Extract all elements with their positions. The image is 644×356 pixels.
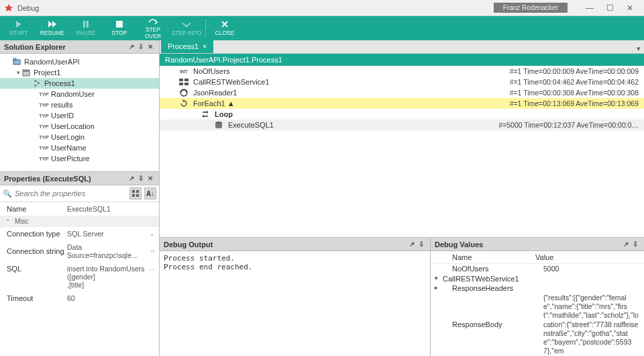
- svg-rect-9: [34, 85, 36, 87]
- debug-output-text[interactable]: Process started. Process end reached.: [160, 251, 430, 356]
- close-window-button[interactable]: ✕: [620, 3, 640, 13]
- step-callrest[interactable]: CallRESTWebService1 #=1 Time=00:04:462 A…: [160, 77, 644, 87]
- editor-tabstrip: Process1 × ▾: [160, 40, 644, 54]
- categorize-button[interactable]: [129, 187, 142, 199]
- tab-close-icon[interactable]: ×: [203, 42, 207, 50]
- tree-label: UserID: [51, 112, 74, 120]
- tree-item-type[interactable]: TYPUserLogin: [0, 132, 159, 142]
- property-row-sql[interactable]: SQL insert into RandomUsers ([gender] ,[…: [0, 262, 159, 292]
- tree-item-type[interactable]: TYPUserLocation: [0, 121, 159, 132]
- property-value[interactable]: SQL Server: [67, 230, 147, 238]
- step-label: CallRESTWebService1: [193, 78, 510, 86]
- loop-icon: [200, 109, 211, 119]
- pin-icon[interactable]: ⇩: [136, 175, 146, 182]
- collapse-icon[interactable]: ▾: [435, 275, 443, 281]
- property-value[interactable]: 60: [67, 294, 155, 302]
- pin-icon[interactable]: ⇩: [417, 240, 426, 248]
- svg-rect-5: [13, 58, 16, 60]
- type-icon: TYP: [39, 154, 48, 163]
- property-value[interactable]: Data Source=franzpc\sqle…: [67, 243, 148, 259]
- solution-icon: [12, 57, 21, 66]
- pop-out-icon[interactable]: ↗: [127, 43, 136, 50]
- step-executesql[interactable]: ExecuteSQL1 #=5000 Time=00:12:037 AveTim…: [160, 120, 644, 130]
- property-group-misc[interactable]: ⌃ Misc: [0, 216, 159, 227]
- start-label: START: [9, 30, 28, 36]
- column-name: Name: [435, 253, 535, 261]
- edit-icon[interactable]: …: [149, 265, 155, 271]
- solution-explorer-header: Solution Explorer ↗ ⇩ ✕: [0, 40, 159, 54]
- start-button[interactable]: START: [3, 17, 35, 40]
- value-row-responseheaders[interactable]: ▸ ResponseHeaders: [431, 283, 644, 293]
- value-row-callrest[interactable]: ▾ CallRESTWebService1: [431, 274, 644, 283]
- step-over-button[interactable]: STEP OVER: [137, 17, 169, 40]
- tab-process1[interactable]: Process1 ×: [161, 40, 213, 53]
- step-into-label: STEP INTO: [172, 30, 202, 36]
- type-icon: TYP: [39, 122, 48, 131]
- pop-out-icon[interactable]: ↗: [621, 240, 631, 248]
- resume-label: RESUME: [40, 30, 64, 36]
- minimize-button[interactable]: —: [580, 3, 600, 13]
- value-row-noofusers[interactable]: NoOfUsers 5000: [431, 264, 644, 274]
- tab-menu-icon[interactable]: ▾: [633, 44, 644, 53]
- tree-label: Process1: [44, 79, 75, 87]
- collapse-icon[interactable]: ⌃: [5, 218, 11, 225]
- debug-values-title: Debug Values: [435, 240, 483, 249]
- property-value[interactable]: ExecuteSQL1: [67, 205, 155, 213]
- int-icon: INT: [178, 66, 189, 76]
- maximize-button[interactable]: ☐: [600, 3, 620, 13]
- breadcrumb[interactable]: RandomUserAPI.Project1.Process1: [160, 54, 644, 66]
- svg-rect-15: [179, 79, 183, 81]
- step-into-button[interactable]: STEP INTO: [170, 17, 203, 40]
- properties-search-input[interactable]: [15, 189, 127, 197]
- edit-icon[interactable]: ▫▫: [151, 248, 155, 255]
- properties-title: Properties (ExecuteSQL): [4, 175, 91, 183]
- pin-icon[interactable]: ⇩: [136, 43, 146, 50]
- titlebar: Debug Franz Rodenacker — ☐ ✕: [0, 0, 644, 16]
- panel-close-icon[interactable]: ✕: [146, 175, 155, 182]
- step-label: Loop: [215, 110, 639, 118]
- dropdown-icon[interactable]: ⌄: [150, 230, 155, 237]
- property-row-timeout[interactable]: Timeout 60: [0, 292, 159, 305]
- collapse-icon[interactable]: ▾: [15, 69, 21, 76]
- step-loop[interactable]: Loop: [160, 109, 644, 120]
- step-label: ForEach1 ▲: [193, 99, 510, 107]
- project-icon: [21, 68, 31, 77]
- property-name: Connection type: [7, 230, 67, 238]
- tree-item-solution[interactable]: RandomUserAPI: [0, 56, 159, 67]
- step-jsonreader[interactable]: JsonReader1 #=1 Time=00:00:308 AveTime=0…: [160, 87, 644, 98]
- step-foreach[interactable]: ForEach1 ▲ #=1 Time=00:13:069 AveTime=00…: [160, 98, 644, 109]
- pin-icon[interactable]: ⇩: [631, 240, 640, 248]
- value-row-responsebody[interactable]: ResponseBody {"results":[{"gender":"fema…: [431, 293, 644, 356]
- tree-label: UserPicture: [51, 154, 89, 163]
- property-name: Name: [7, 205, 67, 213]
- tree-item-type[interactable]: TYPUserID: [0, 110, 159, 121]
- tree-item-type[interactable]: TYPUserPicture: [0, 153, 159, 164]
- sort-button[interactable]: A↓: [144, 187, 156, 199]
- step-noofusers[interactable]: INT NoOfUsers #=1 Time=00:00:009 AveTime…: [160, 66, 644, 77]
- property-row-name[interactable]: Name ExecuteSQL1: [0, 202, 159, 216]
- property-row-connection-type[interactable]: Connection type SQL Server ⌄: [0, 227, 159, 240]
- svg-rect-18: [184, 83, 189, 85]
- step-timing: #=1 Time=00:00:308 AveTime=00:00:308: [510, 89, 639, 97]
- property-value[interactable]: insert into RandomUsers ([gender] ,[titl…: [67, 265, 146, 289]
- pop-out-icon[interactable]: ↗: [407, 240, 417, 248]
- pop-out-icon[interactable]: ↗: [127, 175, 136, 182]
- resume-button[interactable]: RESUME: [36, 17, 68, 40]
- tree-item-type[interactable]: TYPRandomUser: [0, 89, 159, 99]
- app-icon: [4, 3, 13, 13]
- close-button[interactable]: CLOSE: [209, 17, 241, 40]
- property-row-connection-string[interactable]: Connection string Data Source=franzpc\sq…: [0, 240, 159, 262]
- toolbar-divider: [205, 19, 206, 37]
- expand-icon[interactable]: ▸: [435, 284, 443, 291]
- type-icon: TYP: [39, 132, 48, 142]
- svg-point-3: [186, 26, 188, 28]
- tree-item-type[interactable]: TYPUserName: [0, 142, 159, 153]
- json-icon: [178, 88, 189, 97]
- tree-item-type[interactable]: TYPresults: [0, 99, 159, 110]
- tree-item-project[interactable]: ▾ Project1: [0, 67, 159, 78]
- process-icon: [32, 79, 42, 88]
- stop-button[interactable]: STOP: [103, 17, 136, 40]
- panel-close-icon[interactable]: ✕: [146, 43, 155, 50]
- tree-item-process[interactable]: Process1: [0, 78, 159, 89]
- pause-button[interactable]: PAUSE: [70, 17, 102, 40]
